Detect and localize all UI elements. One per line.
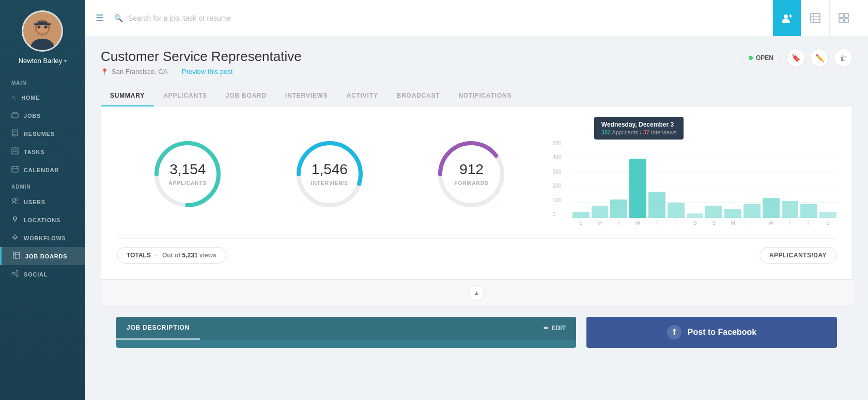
bar-col-10 [763, 198, 780, 218]
sidebar-item-calendar[interactable]: CALENDAR [0, 161, 85, 179]
bar-10 [763, 198, 780, 218]
users-icon [11, 197, 19, 206]
svg-rect-30 [13, 252, 20, 258]
resumes-icon [11, 129, 19, 138]
status-dot [749, 56, 753, 60]
edit-icon: ✏ [544, 325, 549, 332]
svg-line-37 [14, 274, 16, 275]
svg-point-5 [44, 26, 48, 29]
job-location: 📍 San Francisco, CA · Preview this post [101, 68, 302, 75]
jobs-icon [11, 111, 19, 120]
preview-post-link[interactable]: Preview this post [182, 68, 233, 75]
bar-7 [705, 206, 722, 218]
sidebar-item-social[interactable]: SOCIAL [0, 265, 85, 283]
user-profile[interactable]: Newton Barley ▾ [19, 10, 67, 65]
job-status-badge[interactable]: OPEN [741, 51, 781, 65]
svg-point-21 [12, 198, 16, 202]
bar-11 [782, 201, 799, 218]
job-actions: OPEN 🔖 ✏️ 🗑 [741, 49, 853, 67]
user-name-display[interactable]: Newton Barley ▾ [19, 57, 67, 65]
post-to-facebook-button[interactable]: f Post to Facebook [586, 317, 837, 348]
svg-rect-41 [811, 13, 820, 23]
location-icon: 📍 [101, 68, 109, 75]
bar-col-3 [629, 159, 646, 218]
job-title: Customer Service Representative [101, 49, 302, 65]
bar-3-highlighted [629, 159, 646, 218]
tab-job-board[interactable]: JOB BOARD [216, 86, 276, 106]
svg-point-33 [16, 270, 18, 272]
search-placeholder[interactable]: Search for a job, task or resume [128, 14, 231, 22]
sidebar-item-jobs[interactable]: JOBS [0, 106, 85, 125]
svg-point-35 [16, 274, 18, 276]
chart-body: 0 100 200 300 400 500 [553, 141, 836, 226]
bar-chart-area: Wednesday, December 3 382 Applicants / 3… [542, 122, 836, 226]
job-boards-icon [13, 252, 20, 260]
tab-interviews[interactable]: INTERVIEWS [276, 86, 337, 106]
sidebar-item-users[interactable]: USERS [0, 193, 85, 211]
topbar-actions [772, 0, 858, 36]
tab-summary[interactable]: SUMMARY [101, 86, 154, 106]
tab-broadcast[interactable]: BROADCAST [388, 86, 450, 106]
job-desc-tabs: JOB DESCRIPTION ✏ EDIT [116, 317, 576, 340]
bar-col-1 [592, 206, 609, 218]
svg-rect-45 [839, 13, 843, 18]
bar-col-12 [800, 204, 817, 218]
avatar [22, 10, 63, 52]
page-content: Customer Service Representative 📍 San Fr… [85, 36, 868, 400]
add-person-button[interactable] [772, 0, 801, 36]
bar-col-2 [610, 199, 627, 218]
main-section-label: Main [0, 80, 85, 86]
bar-4 [648, 192, 665, 218]
svg-rect-48 [844, 19, 848, 23]
bar-col-9 [743, 204, 761, 218]
applicants-circle-chart: 3,154 APPLICANTS [151, 138, 224, 210]
tooltip-applicants-count: 382 [601, 129, 611, 135]
calendar-icon [11, 165, 19, 174]
tab-applicants[interactable]: APPLICANTS [154, 86, 216, 106]
bars [572, 141, 836, 218]
svg-rect-47 [839, 19, 843, 23]
bookmark-button[interactable]: 🔖 [786, 49, 805, 67]
sidebar-item-home[interactable]: ⌂ HOME [0, 89, 85, 106]
list-view-button[interactable] [801, 0, 829, 36]
bar-col-6 [687, 213, 704, 218]
totals-section: TOTALS · Out of 5,231 views APPLICANTS/D… [117, 238, 836, 264]
svg-point-22 [16, 198, 18, 201]
y-axis: 0 100 200 300 400 500 [553, 141, 568, 218]
svg-rect-14 [12, 148, 18, 154]
bar-0 [572, 212, 590, 218]
facebook-icon: f [667, 325, 681, 340]
tab-activity[interactable]: ACTIVITY [337, 86, 388, 106]
collapse-button[interactable]: ▲ [469, 285, 485, 301]
bar-6 [687, 213, 704, 218]
svg-rect-17 [12, 166, 18, 172]
interviews-circle-chart: 1,546 INTERVIEWS [293, 138, 366, 210]
sidebar-item-locations[interactable]: LOCATIONS [0, 211, 85, 229]
sidebar-item-tasks[interactable]: TASKS [0, 143, 85, 161]
interviews-stat: 1,546 INTERVIEWS [259, 138, 401, 210]
job-header: Customer Service Representative 📍 San Fr… [101, 49, 853, 75]
grid-view-button[interactable] [829, 0, 858, 36]
job-description-card: JOB DESCRIPTION ✏ EDIT [116, 317, 576, 348]
edit-job-desc-button[interactable]: ✏ EDIT [533, 317, 576, 340]
edit-button[interactable]: ✏️ [810, 49, 829, 67]
workflows-icon [11, 234, 19, 242]
sidebar-item-job-boards[interactable]: JOB BOARDS [0, 247, 85, 265]
delete-button[interactable]: 🗑 [834, 49, 853, 67]
applicants-per-day-badge[interactable]: APPLICANTS/DAY [760, 247, 836, 264]
sidebar-item-workflows[interactable]: WORKFLOWS [0, 229, 85, 247]
bar-2 [610, 199, 627, 218]
summary-panel: 3,154 APPLICANTS 1,546 INT [101, 106, 853, 280]
bar-13 [819, 212, 836, 218]
bar-col-13 [819, 212, 836, 218]
bar-col-0 [572, 212, 590, 218]
tab-notifications[interactable]: NOTIFICATIONS [449, 86, 521, 106]
hamburger-menu[interactable]: ☰ [96, 12, 104, 24]
totals-badge[interactable]: TOTALS · Out of 5,231 views [117, 247, 226, 264]
job-desc-tab[interactable]: JOB DESCRIPTION [116, 317, 200, 340]
sidebar-item-resumes[interactable]: RESUMES [0, 125, 85, 143]
tooltip-interviews-count: 37 [643, 129, 649, 135]
stats-row: 3,154 APPLICANTS 1,546 INT [117, 122, 836, 226]
forwards-circle-chart: 912 FORWARDS [435, 138, 507, 210]
svg-rect-9 [12, 113, 18, 118]
